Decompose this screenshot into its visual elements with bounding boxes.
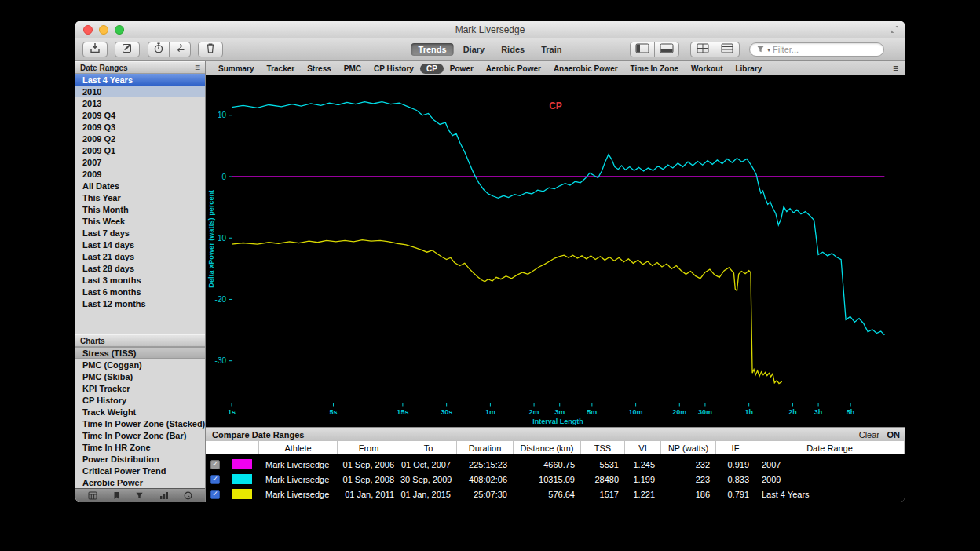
svg-text:10m: 10m: [629, 408, 643, 416]
chart-item-cp-history[interactable]: CP History: [75, 394, 205, 406]
column-header-if[interactable]: IF: [716, 441, 755, 454]
chart-bars-icon[interactable]: [159, 491, 169, 500]
cell-vi: 1.199: [625, 475, 661, 484]
tab-cp-history[interactable]: CP History: [368, 64, 420, 74]
compare-row[interactable]: ✓Mark Liversedge01 Sep, 200601 Oct, 2007…: [206, 457, 905, 472]
date-range-item-2007[interactable]: 2007: [75, 156, 205, 168]
tab-cp[interactable]: CP: [420, 64, 444, 74]
compare-row[interactable]: ✓Mark Liversedge01 Sep, 200830 Sep, 2009…: [206, 472, 905, 487]
stopwatch-button[interactable]: [148, 42, 170, 57]
tab-pmc[interactable]: PMC: [338, 64, 368, 74]
date-range-item-2009[interactable]: 2009: [75, 168, 205, 180]
cell-np: 186: [661, 490, 716, 499]
edit-button[interactable]: [115, 42, 140, 57]
bookmark-icon[interactable]: [113, 491, 120, 500]
tab-power[interactable]: Power: [444, 64, 480, 74]
zoom-button[interactable]: [115, 25, 124, 35]
segment-rides[interactable]: Rides: [494, 43, 532, 56]
menu-icon[interactable]: ≡: [195, 64, 200, 71]
calendar-icon[interactable]: [88, 491, 97, 500]
cell-np: 232: [661, 460, 716, 469]
date-range-item-last-7-days[interactable]: Last 7 days: [75, 227, 205, 239]
tab-workout[interactable]: Workout: [685, 64, 729, 74]
date-range-item-2013[interactable]: 2013: [75, 97, 205, 109]
column-header-duration[interactable]: Duration: [457, 441, 514, 454]
compare-clear-button[interactable]: Clear: [859, 430, 879, 440]
close-button[interactable]: [83, 25, 93, 35]
date-range-item-this-month[interactable]: This Month: [75, 203, 205, 215]
intervals-button[interactable]: [169, 42, 191, 57]
toggle-bottombar-button[interactable]: [654, 42, 679, 57]
date-range-item-2009-q2[interactable]: 2009 Q2: [75, 133, 205, 144]
date-range-item-last-6-months[interactable]: Last 6 months: [75, 286, 205, 297]
chart-item-time-in-power-zone-stacked-[interactable]: Time In Power Zone (Stacked): [75, 418, 205, 429]
fullscreen-icon[interactable]: [890, 25, 899, 34]
window-titlebar[interactable]: Mark Liversedge: [75, 21, 905, 38]
svg-text:3m: 3m: [554, 408, 565, 416]
column-header-athlete[interactable]: Athlete: [259, 441, 338, 454]
row-checkbox[interactable]: ✓: [210, 490, 220, 499]
filter-field[interactable]: ▾: [749, 42, 884, 57]
list-view-button[interactable]: [715, 42, 740, 57]
date-range-item-this-year[interactable]: This Year: [75, 192, 205, 203]
chart-item-time-in-hr-zone[interactable]: Time In HR Zone: [75, 441, 205, 453]
svg-text:5m: 5m: [587, 408, 597, 416]
date-range-item-last-28-days[interactable]: Last 28 days: [75, 262, 205, 274]
filter-icon[interactable]: [135, 491, 144, 500]
row-checkbox[interactable]: ✓: [210, 475, 220, 484]
segment-train[interactable]: Train: [534, 43, 569, 56]
column-header-distance-km-[interactable]: Distance (km): [514, 441, 581, 454]
cell-from: 01 Sep, 2006: [338, 460, 400, 469]
filter-input[interactable]: [773, 45, 877, 54]
chart-item-track-weight[interactable]: Track Weight: [75, 406, 205, 418]
date-range-item-last-14-days[interactable]: Last 14 days: [75, 239, 205, 250]
date-range-item-2009-q4[interactable]: 2009 Q4: [75, 109, 205, 121]
tab-library[interactable]: Library: [729, 64, 768, 74]
column-header-date-range[interactable]: Date Range: [755, 441, 905, 454]
compare-table-header: AthleteFromToDurationDistance (km)TSSVIN…: [206, 441, 905, 454]
column-header-tss[interactable]: TSS: [581, 441, 625, 454]
chart-item-pmc-coggan-[interactable]: PMC (Coggan): [75, 359, 205, 370]
chart-item-power-distribution[interactable]: Power Distribution: [75, 453, 205, 465]
tab-time-in-zone[interactable]: Time In Zone: [624, 64, 686, 74]
date-range-item-2010[interactable]: 2010: [75, 86, 205, 97]
chart-item-kpi-tracker[interactable]: KPI Tracker: [75, 382, 205, 394]
chart-item-stress-tiss-[interactable]: Stress (TISS): [75, 347, 205, 359]
tab-anaerobic-power[interactable]: Anaerobic Power: [547, 64, 624, 74]
row-checkbox[interactable]: ✓: [210, 460, 220, 469]
cell-to: 01 Jan, 2015: [400, 490, 457, 499]
chart-item-pmc-skiba-[interactable]: PMC (Skiba): [75, 370, 205, 382]
column-header-from[interactable]: From: [338, 441, 400, 454]
clock-icon[interactable]: [184, 491, 192, 500]
tab-stress[interactable]: Stress: [301, 64, 338, 74]
toggle-sidebar-button[interactable]: [630, 42, 655, 57]
compare-row[interactable]: ✓Mark Liversedge01 Jan, 201101 Jan, 2015…: [206, 487, 905, 502]
column-header-to[interactable]: To: [400, 441, 457, 454]
date-range-item-this-week[interactable]: This Week: [75, 215, 205, 227]
date-range-item-all-dates[interactable]: All Dates: [75, 180, 205, 192]
column-header-vi[interactable]: VI: [625, 441, 661, 454]
date-range-item-last-4-years[interactable]: Last 4 Years: [75, 74, 205, 86]
compare-on-toggle[interactable]: ON: [887, 430, 901, 440]
segment-diary[interactable]: Diary: [456, 43, 492, 56]
column-header-np-watts-[interactable]: NP (watts): [661, 441, 716, 454]
save-button[interactable]: [82, 42, 108, 57]
delete-button[interactable]: [198, 42, 223, 57]
chart-item-critical-power-trend[interactable]: Critical Power Trend: [75, 465, 205, 476]
date-range-item-last-3-months[interactable]: Last 3 months: [75, 274, 205, 286]
tile-view-button[interactable]: [690, 42, 715, 57]
date-range-item-last-12-months[interactable]: Last 12 months: [75, 297, 205, 309]
date-range-item-2009-q3[interactable]: 2009 Q3: [75, 121, 205, 133]
date-range-item-last-21-days[interactable]: Last 21 days: [75, 250, 205, 262]
compare-header-label: Compare Date Ranges: [212, 430, 304, 440]
tab-aerobic-power[interactable]: Aerobic Power: [480, 64, 547, 74]
date-range-item-2009-q1[interactable]: 2009 Q1: [75, 144, 205, 156]
tabbar-menu-icon[interactable]: ≡: [893, 64, 898, 72]
chevron-down-icon: ▾: [767, 46, 770, 53]
segment-trends[interactable]: Trends: [411, 43, 454, 56]
minimize-button[interactable]: [99, 25, 108, 35]
tab-tracker[interactable]: Tracker: [261, 64, 302, 74]
tab-summary[interactable]: Summary: [212, 64, 261, 74]
chart-item-time-in-power-zone-bar-[interactable]: Time In Power Zone (Bar): [75, 429, 205, 441]
chart-item-aerobic-power[interactable]: Aerobic Power: [75, 476, 205, 488]
